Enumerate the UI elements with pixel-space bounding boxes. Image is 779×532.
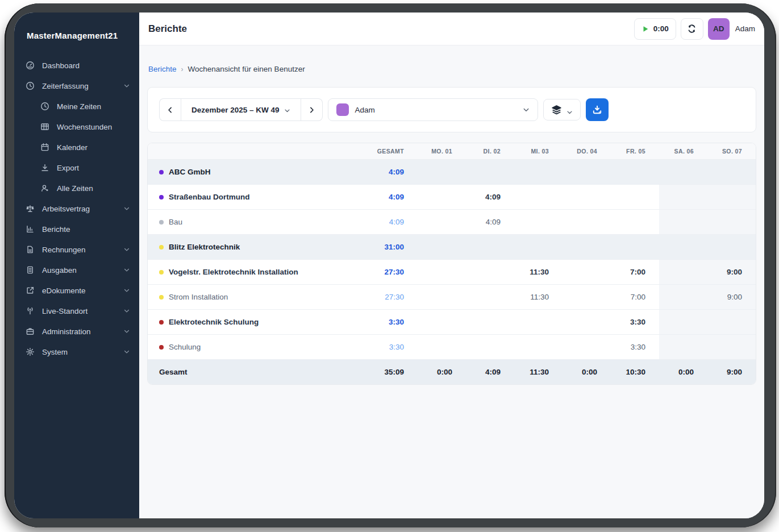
sidebar-item-edokumente[interactable]: eDokumente — [14, 280, 139, 301]
sidebar-nav: DashboardZeiterfassungMeine ZeitenWochen… — [14, 55, 139, 362]
sidebar-item-dashboard[interactable]: Dashboard — [14, 55, 139, 76]
day-value — [659, 260, 707, 284]
gesamt-value[interactable]: 27:30 — [355, 260, 418, 284]
day-value — [659, 210, 707, 234]
sidebar-item-meine-zeiten[interactable]: Meine Zeiten — [14, 96, 139, 117]
day-value — [418, 185, 466, 209]
day-value — [466, 310, 514, 334]
sidebar-item-label: Alle Zeiten — [57, 184, 130, 193]
day-value — [563, 310, 611, 334]
report-icon — [26, 225, 35, 234]
table-row-strom-installation: Strom Installation27:3011:307:009:00 — [148, 285, 756, 310]
day-value — [514, 335, 563, 359]
gesamt-value[interactable]: 27:30 — [355, 285, 418, 309]
avatar[interactable]: AD — [708, 18, 730, 40]
day-value — [659, 335, 707, 359]
sidebar-item-ausgaben[interactable]: Ausgaben — [14, 260, 139, 280]
day-value — [563, 235, 611, 259]
week-selector-button[interactable]: Dezember 2025 – KW 49 — [181, 98, 301, 121]
breadcrumb-link-berichte[interactable]: Berichte — [148, 65, 177, 73]
footer-total-value: 9:00 — [707, 360, 756, 384]
user-select[interactable]: Adam — [328, 98, 538, 121]
day-value: 11:30 — [514, 285, 563, 309]
day-value — [563, 285, 611, 309]
column-header-gesamt: GESAMT — [355, 148, 418, 155]
sidebar-item-export[interactable]: Export — [14, 157, 139, 178]
color-dot-icon — [159, 170, 164, 174]
day-value — [514, 160, 563, 184]
gesamt-value[interactable]: 3:30 — [355, 335, 418, 359]
color-dot-icon — [159, 345, 164, 350]
chevron-down-icon — [123, 307, 130, 314]
day-value — [466, 335, 514, 359]
previous-week-button[interactable] — [159, 98, 181, 121]
footer-total-value: 35:09 — [355, 360, 418, 384]
column-header-sa-06: SA. 06 — [659, 148, 707, 155]
grouping-button[interactable] — [543, 99, 581, 120]
sidebar-item-label: Wochenstunden — [57, 123, 130, 131]
day-value — [418, 235, 466, 259]
day-value: 7:00 — [611, 285, 659, 309]
day-value: 4:09 — [466, 210, 514, 234]
gesamt-value[interactable]: 4:09 — [355, 185, 418, 209]
sidebar-item-berichte[interactable]: Berichte — [14, 219, 139, 239]
day-value — [611, 160, 659, 184]
user-name: Adam — [735, 24, 755, 33]
day-value — [563, 185, 611, 209]
sync-button[interactable] — [681, 18, 703, 40]
sidebar-item-administration[interactable]: Administration — [14, 321, 139, 342]
day-value — [659, 310, 707, 334]
gesamt-value[interactable]: 4:09 — [355, 210, 418, 234]
row-label: Schulung — [148, 335, 355, 359]
week-navigation: Dezember 2025 – KW 49 — [159, 98, 323, 121]
row-label-text: ABC GmbH — [169, 168, 211, 176]
day-value: 3:30 — [611, 310, 659, 334]
sidebar-item-wochenstunden[interactable]: Wochenstunden — [14, 117, 139, 137]
table-body: ABC GmbH4:09Straßenbau Dortmund4:094:09B… — [148, 160, 756, 360]
gesamt-value[interactable]: 31:00 — [355, 235, 418, 259]
column-header-do-04: DO. 04 — [563, 148, 611, 155]
day-value: 9:00 — [707, 260, 756, 284]
gesamt-value[interactable]: 4:09 — [355, 160, 418, 184]
signal-icon — [26, 306, 35, 315]
invoice-icon — [26, 245, 35, 254]
table-row-abc-gmbh: ABC GmbH4:09 — [148, 160, 756, 185]
sidebar-item-arbeitsvertrag[interactable]: Arbeitsvertrag — [14, 198, 139, 219]
day-value — [563, 160, 611, 184]
day-value — [611, 235, 659, 259]
gesamt-value[interactable]: 3:30 — [355, 310, 418, 334]
chevron-down-icon — [523, 106, 530, 113]
sidebar-item-live-standort[interactable]: Live-Standort — [14, 301, 139, 321]
day-value: 11:30 — [514, 260, 563, 284]
color-dot-icon — [159, 270, 164, 275]
sidebar-item-label: Ausgaben — [42, 266, 116, 275]
clock-icon — [26, 81, 35, 90]
sidebar-item-alle-zeiten[interactable]: Alle Zeiten — [14, 178, 139, 198]
day-value — [466, 235, 514, 259]
row-label-text: Blitz Elektrotechnik — [169, 243, 240, 251]
column-header-mo-01: MO. 01 — [418, 148, 466, 155]
table-row-stra-enbau-dortmund: Straßenbau Dortmund4:094:09 — [148, 185, 756, 210]
footer-total-value: 10:30 — [611, 360, 659, 384]
day-value — [418, 285, 466, 309]
topbar: Berichte 0:00 — [139, 13, 764, 45]
sidebar-item-rechnungen[interactable]: Rechnungen — [14, 239, 139, 260]
next-week-button[interactable] — [301, 98, 323, 121]
sidebar-item-zeiterfassung[interactable]: Zeiterfassung — [14, 76, 139, 96]
row-label: Elektrotechnik Schulung — [148, 310, 355, 334]
table-row-bau: Bau4:094:09 — [148, 210, 756, 235]
breadcrumb-separator: › — [181, 65, 184, 73]
timer-button[interactable]: 0:00 — [634, 18, 676, 40]
row-label: ABC GmbH — [148, 160, 355, 184]
briefcase-icon — [26, 327, 35, 336]
sidebar-item-system[interactable]: System — [14, 342, 139, 362]
document-icon — [26, 265, 35, 275]
color-dot-icon — [159, 245, 164, 250]
footer-total-value: 0:00 — [418, 360, 466, 384]
row-label: Straßenbau Dortmund — [148, 185, 355, 209]
breadcrumb: Berichte › Wochenansicht für einen Benut… — [148, 65, 755, 73]
sidebar-item-kalender[interactable]: Kalender — [14, 137, 139, 157]
download-icon — [40, 163, 49, 172]
export-download-button[interactable] — [586, 98, 609, 121]
scale-icon — [26, 204, 35, 213]
